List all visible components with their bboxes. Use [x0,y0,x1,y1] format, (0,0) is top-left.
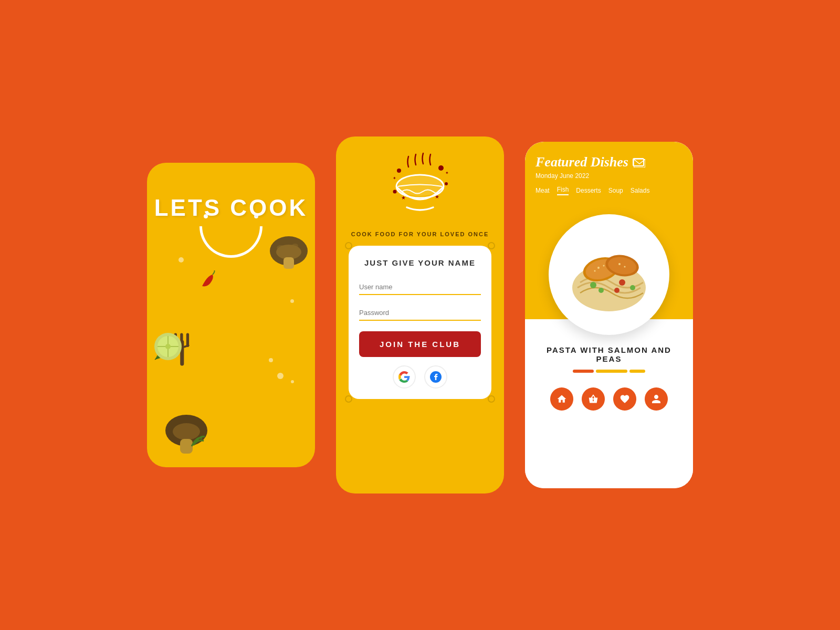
category-fish[interactable]: Fish [557,186,569,195]
svg-text:✦: ✦ [445,171,449,175]
join-club-button[interactable]: JOIN THE CLUB [359,331,481,357]
svg-point-44 [624,266,626,268]
svg-point-18 [438,165,444,171]
user-nav-button[interactable] [645,387,668,411]
social-buttons [393,365,447,388]
svg-point-33 [619,279,625,286]
svg-point-19 [445,182,448,185]
login-card: JUST GIVE YOUR NAME JOIN THE CLUB [349,246,491,399]
bottom-nav [550,381,668,419]
svg-point-17 [397,169,401,173]
facebook-signin-button[interactable] [424,365,447,388]
dish-name: PASTA WITH SALMON AND PEAS [536,345,682,363]
basket-nav-button[interactable] [582,387,605,411]
svg-point-32 [598,288,604,293]
give-name-heading: JUST GIVE YOUR NAME [364,258,476,267]
svg-point-31 [590,282,596,288]
mushroom2-icon [163,410,210,457]
dish-image-area [525,204,693,319]
screen2-login: ★ ★ ✦ ✦ COOK FOOD FOR YOUR LOVED ONCE JU… [336,136,504,494]
heart-nav-button[interactable] [613,387,636,411]
chili-icon [200,270,218,289]
screen1-splash: LETS COOK [147,163,315,467]
category-salads[interactable]: Salads [631,187,650,194]
cucumber-icon [152,331,184,362]
username-input[interactable] [359,280,481,295]
rating-bar [573,370,645,373]
screens-container: LETS COOK [147,136,693,494]
featured-header: Featured Dishes Monday June 2022 Meat Fi… [525,142,693,204]
svg-point-20 [393,190,397,194]
svg-rect-16 [180,439,193,454]
svg-point-34 [614,288,620,293]
svg-rect-6 [284,257,294,269]
svg-point-13 [165,344,171,349]
category-desserts[interactable]: Desserts [576,187,601,194]
dish-plate [549,214,669,335]
featured-dishes-title: Featured Dishes [536,154,628,170]
corner-dot-br [488,395,495,403]
screen3-content: PASTA WITH SALMON AND PEAS [525,319,693,488]
svg-point-15 [173,423,200,440]
corner-dot-tr [488,242,495,249]
svg-point-7 [277,245,285,250]
screen1-title: LETS COOK [154,194,308,222]
svg-point-43 [618,263,621,265]
google-signin-button[interactable] [393,365,416,388]
svg-point-42 [594,270,596,272]
svg-text:✦: ✦ [393,176,396,181]
mushroom1-icon [268,231,310,270]
smile-arc [200,226,262,258]
svg-point-40 [597,267,600,269]
password-input[interactable] [359,306,481,321]
home-nav-button[interactable] [550,387,573,411]
screen3-featured: Featured Dishes Monday June 2022 Meat Fi… [525,142,693,488]
categories-nav: Meat Fish Desserts Soup Salads [536,186,682,195]
envelope-icon[interactable] [633,158,644,166]
bowl-illustration: ★ ★ ✦ ✦ [378,152,462,226]
svg-point-35 [630,285,635,290]
title-row: Featured Dishes [536,154,682,170]
corner-dot-tl [345,242,352,249]
category-soup[interactable]: Soup [608,187,623,194]
svg-point-8 [292,244,298,248]
category-meat[interactable]: Meat [536,187,550,194]
cook-subtitle: COOK FOOD FOR YOUR LOVED ONCE [351,231,489,237]
featured-date: Monday June 2022 [536,172,682,180]
corner-dot-bl [345,395,352,403]
svg-point-41 [603,265,605,267]
